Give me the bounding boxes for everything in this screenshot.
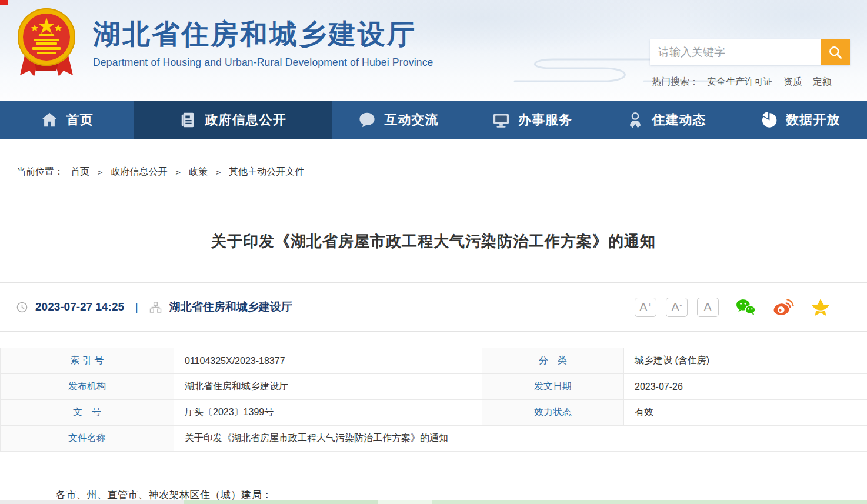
weibo-icon <box>773 298 794 316</box>
nav-item-label: 住建动态 <box>652 111 706 129</box>
site-subtitle: Department of Housing and Urban-Rural De… <box>93 56 434 69</box>
article-meta-row: 2023-07-27 14:25 | 湖北省住房和城乡建设厅 A+ A- A <box>0 282 867 332</box>
national-emblem-logo <box>16 5 76 81</box>
info-label-category: 分 类 <box>482 348 624 374</box>
font-button-label: A <box>639 301 647 313</box>
clock-icon <box>16 302 28 313</box>
search-button[interactable] <box>821 39 850 65</box>
article-title: 关于印发《湖北省房屋市政工程大气污染防治工作方案》的通知 <box>0 231 867 252</box>
pie-chart-icon <box>760 111 778 129</box>
info-label-validity-status: 效力状态 <box>482 400 624 426</box>
site-title: 湖北省住房和城乡建设厅 <box>93 19 434 49</box>
hot-search-row: 热门搜索： 安全生产许可证 资质 定额 <box>652 76 850 88</box>
breadcrumb-item-gov-info[interactable]: 政府信息公开 <box>111 166 167 178</box>
sitemap-icon <box>149 302 162 313</box>
info-value-index-number: 01104325X/2023-18377 <box>174 348 482 374</box>
breadcrumb-separator: > <box>98 168 102 177</box>
info-label-index-number: 索 引 号 <box>1 348 174 374</box>
font-decrease-button[interactable]: A- <box>666 298 688 317</box>
nav-item-label: 政府信息公开 <box>205 111 286 129</box>
breadcrumb-separator: > <box>216 168 221 177</box>
info-label-issue-date: 发文日期 <box>482 374 624 400</box>
nav-item-home[interactable]: 首页 <box>0 101 134 139</box>
site-header: 湖北省住房和城乡建设厅 Department of Housing and Ur… <box>0 0 867 101</box>
table-row: 发布机构 湖北省住房和城乡建设厅 发文日期 2023-07-26 <box>1 374 867 400</box>
info-value-validity-status: 有效 <box>624 400 867 426</box>
main-nav: 首页 政府信息公开 互动交流 <box>0 101 867 139</box>
share-qzone-button[interactable] <box>811 298 831 316</box>
font-increase-button[interactable]: A+ <box>635 298 656 317</box>
edge-strip-segment <box>0 500 184 504</box>
hot-search-link-safety-license[interactable]: 安全生产许可证 <box>707 76 773 88</box>
article-meta-left: 2023-07-27 14:25 | 湖北省住房和城乡建设厅 <box>16 299 292 315</box>
edge-strip-segment <box>432 500 867 504</box>
breadcrumb-separator: > <box>175 168 180 177</box>
info-value-doc-number: 厅头〔2023〕1399号 <box>174 400 482 426</box>
table-row: 索 引 号 01104325X/2023-18377 分 类 城乡建设 (含住房… <box>1 348 867 374</box>
article-main: 关于印发《湖北省房屋市政工程大气污染防治工作方案》的通知 2023-07-27 … <box>0 231 867 502</box>
font-button-label: A <box>672 301 679 313</box>
breadcrumb-item-other-open-docs[interactable]: 其他主动公开文件 <box>229 166 304 178</box>
nav-item-label: 数据开放 <box>786 111 840 129</box>
nav-item-open-data[interactable]: 数据开放 <box>733 101 867 139</box>
search-box <box>650 39 850 65</box>
qzone-icon <box>811 298 831 316</box>
hot-search-label: 热门搜索： <box>652 76 699 88</box>
meta-divider: | <box>135 301 138 313</box>
edge-strip-segment <box>184 500 378 504</box>
info-value-issue-date: 2023-07-26 <box>624 374 867 400</box>
info-value-issuing-agency: 湖北省住房和城乡建设厅 <box>174 374 482 400</box>
share-weibo-button[interactable] <box>773 298 794 316</box>
nav-item-label: 互动交流 <box>384 111 438 129</box>
info-label-doc-title: 文件名称 <box>1 426 174 452</box>
chat-bubble-icon <box>358 111 376 129</box>
document-info-table: 索 引 号 01104325X/2023-18377 分 类 城乡建设 (含住房… <box>0 348 867 452</box>
wechat-icon <box>735 298 756 316</box>
nav-item-interaction[interactable]: 互动交流 <box>332 101 466 139</box>
search-input[interactable] <box>650 39 821 65</box>
red-corner-artifact <box>0 0 8 5</box>
nav-item-services[interactable]: 办事服务 <box>465 101 599 139</box>
publish-source: 湖北省住房和城乡建设厅 <box>169 299 292 315</box>
person-badge-icon <box>626 111 644 129</box>
breadcrumb-item-home[interactable]: 首页 <box>71 166 89 178</box>
share-wechat-button[interactable] <box>735 298 756 316</box>
table-row: 文件名称 关于印发《湖北省房屋市政工程大气污染防治工作方案》的通知 <box>1 426 867 452</box>
search-icon <box>828 45 843 60</box>
font-reset-button[interactable]: A <box>697 298 719 317</box>
article-meta-right: A+ A- A <box>635 298 831 317</box>
hot-search-link-qualification[interactable]: 资质 <box>783 76 802 88</box>
home-icon <box>41 111 58 129</box>
font-button-sign: + <box>648 301 651 308</box>
site-brand: 湖北省住房和城乡建设厅 Department of Housing and Ur… <box>16 5 434 81</box>
table-row: 文 号 厅头〔2023〕1399号 效力状态 有效 <box>1 400 867 426</box>
font-button-label: A <box>704 301 712 313</box>
info-value-category: 城乡建设 (含住房) <box>624 348 867 374</box>
brand-titles: 湖北省住房和城乡建设厅 Department of Housing and Ur… <box>93 19 434 69</box>
font-button-sign: - <box>680 301 682 308</box>
monitor-icon <box>492 111 510 129</box>
info-label-doc-number: 文 号 <box>1 400 174 426</box>
info-value-doc-title: 关于印发《湖北省房屋市政工程大气污染防治工作方案》的通知 <box>174 426 867 452</box>
search-area: 热门搜索： 安全生产许可证 资质 定额 <box>647 39 850 88</box>
info-label-issuing-agency: 发布机构 <box>1 374 174 400</box>
breadcrumb: 当前位置： 首页 > 政府信息公开 > 政策 > 其他主动公开文件 <box>16 166 867 178</box>
nav-item-news[interactable]: 住建动态 <box>599 101 733 139</box>
nav-item-label: 办事服务 <box>518 111 572 129</box>
hot-search-link-quota[interactable]: 定额 <box>813 76 832 88</box>
publish-datetime: 2023-07-27 14:25 <box>35 301 124 313</box>
edge-strip-segment <box>378 500 432 504</box>
document-icon <box>179 111 197 129</box>
nav-item-gov-info[interactable]: 政府信息公开 <box>134 101 332 139</box>
breadcrumb-label: 当前位置： <box>16 166 64 178</box>
breadcrumb-item-policy[interactable]: 政策 <box>189 166 208 178</box>
page-edge-strip <box>0 500 867 504</box>
nav-item-label: 首页 <box>66 111 94 129</box>
